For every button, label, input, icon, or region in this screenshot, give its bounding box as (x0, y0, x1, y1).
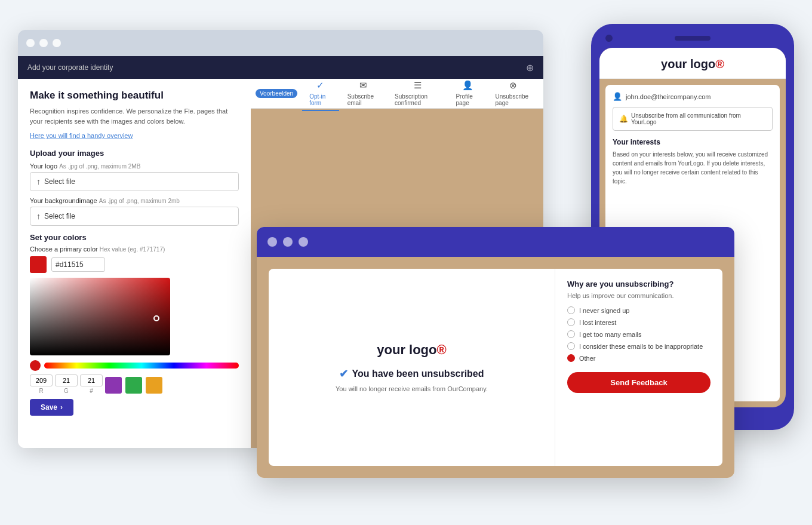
unsub-all-label: Unsubscribe from all communication from … (631, 112, 766, 125)
color-swatch[interactable] (30, 256, 47, 273)
unsub-confirmed-text: ✔ You have been unsubscribed (339, 367, 484, 380)
tab-profile-label: Profile page (456, 93, 479, 106)
rgb-g-field: G (55, 374, 78, 394)
tab-subscribe-label: Subscribe email (347, 93, 379, 106)
radio-option-5[interactable]: Other (567, 354, 710, 362)
radio-option-3[interactable]: I get too many emails (567, 330, 710, 338)
preset-colors (105, 377, 162, 394)
radio-option-2[interactable]: I lost interest (567, 318, 710, 326)
send-feedback-button[interactable]: Send Feedback (567, 372, 710, 393)
radio-option-4[interactable]: I consider these emails to be inappropri… (567, 342, 710, 350)
logo-upload-button[interactable]: ↑ Select file (30, 172, 239, 191)
tab-unsubscribe[interactable]: ⊗ Unsubscribe page (488, 79, 539, 111)
rgb-row: R G # (30, 374, 239, 394)
mid-titlebar (257, 227, 734, 257)
picker-cursor (153, 315, 159, 321)
bg-hint: As .jpg of .png, maximum 2mb (99, 198, 180, 204)
unsub-right-panel: Why are you unsubscribing? Help us impro… (555, 269, 722, 466)
panel-heading: Make it something beautiful (30, 90, 239, 102)
interests-desc: Based on your interests below, you will … (613, 150, 773, 186)
radio-circle-5 (567, 354, 575, 362)
browser-dot-1 (26, 39, 35, 47)
rgb-b-label: # (90, 388, 93, 394)
rgb-r-field: R (30, 374, 53, 394)
tab-optin[interactable]: ✓ Opt-in form (302, 79, 339, 111)
phone-top-bar (599, 35, 786, 42)
logo-hint: As .jpg of .png, maximum 2MB (59, 163, 140, 170)
images-section-label: Upload your images (30, 149, 239, 158)
chevron-right-icon: › (60, 403, 63, 412)
bell-icon: 🔔 (619, 115, 628, 123)
hex-hint: Hex value (eg. #171717) (100, 246, 165, 253)
unsub-message: You will no longer receive emails from O… (336, 385, 488, 392)
voorbeelden-badge: Voorbeelden (256, 89, 297, 98)
phone-camera (605, 35, 613, 42)
radio-label-3: I get too many emails (579, 331, 642, 338)
radio-label-2: I lost interest (579, 319, 616, 326)
color-hex-input[interactable] (51, 257, 105, 272)
browser-dot-3 (53, 39, 61, 47)
save-button[interactable]: Save › (30, 399, 73, 416)
unsub-logo: your logo® (377, 342, 446, 358)
unsubscribe-icon: ⊗ (509, 80, 517, 91)
topbar-title: Add your corporate identity (27, 63, 113, 72)
radio-circle-2 (567, 318, 575, 326)
why-unsubscribe-title: Why are you unsubscribing? (567, 280, 710, 288)
profile-icon: 👤 (462, 80, 473, 91)
tab-subscribe[interactable]: ✉ Subscribe email (340, 79, 386, 111)
topbar-icon: ⊕ (526, 62, 534, 73)
colors-section-label: Set your colors (30, 233, 239, 242)
radio-circle-4 (567, 342, 575, 350)
upload-icon: ↑ (36, 177, 41, 186)
upload-icon-2: ↑ (36, 211, 41, 221)
app-topbar: Add your corporate identity ⊕ (18, 56, 543, 79)
confirmed-icon: ☰ (414, 80, 422, 91)
tab-confirmed-label: Subscription confirmed (395, 93, 440, 106)
rgb-b-field: # (80, 374, 103, 394)
radio-circle-1 (567, 306, 575, 314)
preset-color-green[interactable] (125, 377, 142, 394)
preview-tabs-bar: Voorbeelden ✓ Opt-in form ✉ Subscribe em… (251, 79, 543, 109)
phone-email: john.doe@theircompany.com (626, 93, 710, 100)
bg-field-label: Your backgroundimage As .jpg of .png, ma… (30, 197, 239, 204)
unsub-all-button[interactable]: 🔔 Unsubscribe from all communication fro… (613, 107, 773, 131)
tab-confirmed[interactable]: ☰ Subscription confirmed (387, 79, 447, 111)
left-panel: Make it something beautiful Recognition … (18, 79, 251, 448)
tab-unsubscribe-label: Unsubscribe page (496, 93, 532, 106)
hue-bar[interactable] (44, 363, 239, 369)
mid-browser-window: your logo® ✔ You have been unsubscribed … (257, 227, 734, 478)
color-input-row (30, 256, 239, 273)
preset-color-purple[interactable] (105, 377, 122, 394)
rgb-g-input[interactable] (55, 374, 78, 386)
radio-label-5: Other (579, 355, 596, 362)
radio-option-1[interactable]: I never signed up (567, 306, 710, 314)
phone-email-row: 👤 john.doe@theircompany.com (613, 92, 773, 101)
radio-label-1: I never signed up (579, 307, 629, 314)
optin-icon: ✓ (316, 80, 324, 91)
mid-dot-2 (283, 237, 293, 247)
hue-dot (30, 360, 41, 371)
rgb-r-input[interactable] (30, 374, 53, 386)
logo-field-label: Your logo As .jpg of .png, maximum 2MB (30, 162, 239, 170)
phone-logo: your logo® (608, 57, 777, 71)
rgb-r-label: R (39, 388, 43, 394)
radio-circle-3 (567, 330, 575, 338)
tab-profile[interactable]: 👤 Profile page (448, 79, 487, 111)
bg-upload-button[interactable]: ↑ Select file (30, 207, 239, 226)
mid-body: your logo® ✔ You have been unsubscribed … (257, 257, 734, 478)
mid-dot-1 (267, 237, 277, 247)
preset-color-orange[interactable] (146, 377, 162, 394)
rgb-b-input[interactable] (80, 374, 103, 386)
mid-dot-3 (299, 237, 308, 247)
handy-overview-link[interactable]: Here you will find a handy overview (30, 132, 133, 139)
hue-slider-row (30, 360, 239, 371)
color-picker-gradient[interactable] (30, 278, 170, 355)
subscribe-icon: ✉ (359, 80, 367, 91)
choose-primary-label: Choose a primary color Hex value (eg. #1… (30, 245, 239, 253)
tab-optin-label: Opt-in form (309, 93, 332, 106)
unsubscribe-card: your logo® ✔ You have been unsubscribed … (269, 269, 722, 466)
radio-label-4: I consider these emails to be inappropri… (579, 343, 703, 350)
phone-speaker (675, 36, 710, 41)
interests-title: Your interests (613, 138, 773, 146)
rgb-g-label: G (64, 388, 69, 394)
